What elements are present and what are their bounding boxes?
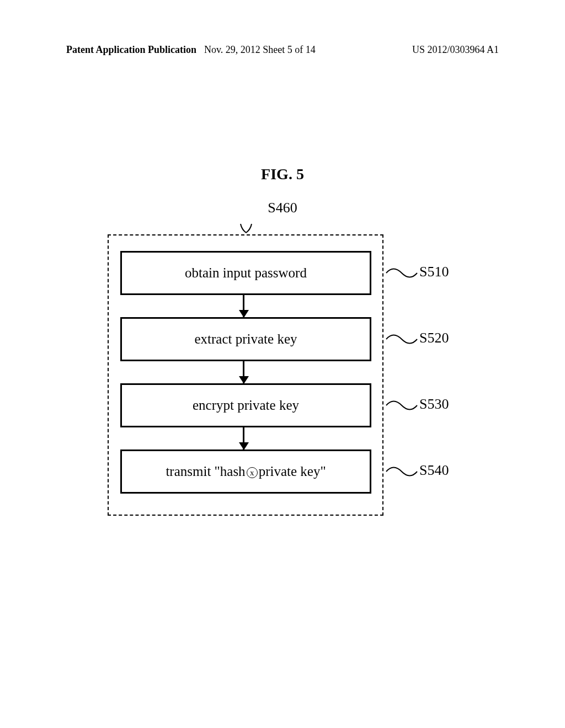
flow-arrow-icon <box>243 427 244 449</box>
step-id-2: S520 <box>419 330 449 346</box>
step-text: obtain input password <box>185 265 307 281</box>
step-id-3: S530 <box>419 396 449 413</box>
flowchart-step-1: obtain input password <box>120 251 371 295</box>
step-text: extract private key <box>194 331 297 347</box>
step-text: transmit "hashxprivate key" <box>166 464 326 479</box>
header-publication-number: US 2012/0303964 A1 <box>412 44 499 56</box>
connector-curve-icon <box>385 328 418 350</box>
header-publication-type: Patent Application Publication <box>66 44 196 56</box>
connector-curve-icon <box>385 461 418 483</box>
header-date-sheet: Nov. 29, 2012 Sheet 5 of 14 <box>204 44 316 56</box>
step-text: encrypt private key <box>193 398 299 413</box>
step-id-4: S540 <box>419 462 449 479</box>
bracket-icon <box>237 218 255 235</box>
flowchart-step-3: encrypt private key <box>120 383 371 427</box>
xor-icon: x <box>247 467 258 478</box>
flow-arrow-icon <box>243 295 244 317</box>
flow-arrow-icon <box>243 361 244 383</box>
figure-title: FIG. 5 <box>261 165 304 183</box>
container-step-label: S460 <box>268 200 297 216</box>
connector-curve-icon <box>385 394 418 416</box>
step-id-1: S510 <box>419 264 449 280</box>
flowchart-step-4: transmit "hashxprivate key" <box>120 449 371 494</box>
flowchart-step-2: extract private key <box>120 317 371 361</box>
connector-curve-icon <box>385 262 418 284</box>
page-header: Patent Application Publication Nov. 29, … <box>0 44 565 56</box>
